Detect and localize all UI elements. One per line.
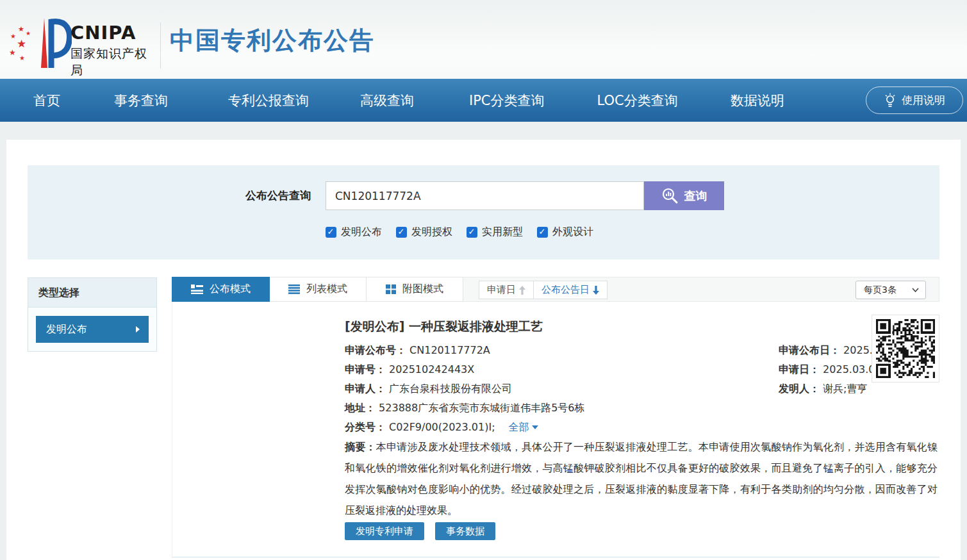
chevron-down-icon <box>912 288 919 292</box>
search-button-label: 查询 <box>684 188 707 204</box>
checkbox-label: 外观设计 <box>552 226 593 239</box>
main-navbar: 首页 事务查询 专利公报查询 高级查询 IPC分类查询 LOC分类查询 数据说明… <box>0 79 967 122</box>
page-header: ★ ★ ★ ★ ★ ★ CNIPA 国家知识产权局 中国专利公布公告 <box>0 0 967 79</box>
tab-list-mode[interactable]: 列表模式 <box>270 277 367 302</box>
patent-result-item: [发明公布] 一种压裂返排液处理工艺 申请公布号： CN120117772A 申… <box>172 302 939 557</box>
field-value: 523888广东省东莞市东城街道伟丰路5号6栋 <box>379 402 584 414</box>
field-value: C02F9/00(2023.01)I; <box>389 421 495 433</box>
checkbox-label: 发明公布 <box>341 226 382 239</box>
patent-title[interactable]: [发明公布] 一种压裂返排液处理工艺 <box>345 318 543 335</box>
nav-item-gazette-query[interactable]: 专利公报查询 <box>228 92 309 110</box>
checkbox-invention-grant[interactable]: 发明授权 <box>396 226 452 239</box>
search-panel: 公布公告查询 查询 发明公布 发明授权 实用新型 外观设计 <box>28 165 939 259</box>
logo-acronym: CNIPA <box>70 22 156 44</box>
arrow-up-icon <box>519 286 525 295</box>
nav-item-home[interactable]: 首页 <box>33 92 60 110</box>
detail-view-icon <box>191 284 203 294</box>
checkbox-checked-icon <box>396 227 407 238</box>
type-select-sidebar: 类型选择 发明公布 <box>28 277 157 352</box>
nav-item-advanced-query[interactable]: 高级查询 <box>360 92 414 110</box>
usage-help-button[interactable]: 使用说明 <box>866 86 963 114</box>
field-label: 申请公布号： <box>345 344 406 356</box>
abstract-paragraph: 摘要：本申请涉及废水处理技术领域，具体公开了一种压裂返排液处理工艺。本申请使用次… <box>345 436 938 521</box>
magnifier-chart-icon <box>661 187 679 204</box>
results-toolbar: 公布模式 列表模式 附图模式 申请日 <box>172 277 939 302</box>
patent-type-filters: 发明公布 发明授权 实用新型 外观设计 <box>326 226 593 239</box>
field-row-classification: 分类号： C02F9/00(2023.01)I; 全部 <box>345 421 538 434</box>
logo-text: CNIPA 国家知识产权局 <box>70 22 156 79</box>
field-value: 广东台泉科技股份有限公司 <box>389 383 512 395</box>
checkbox-checked-icon <box>537 227 548 238</box>
cnipa-p-mark-icon <box>35 14 72 70</box>
chevron-right-icon <box>136 326 140 333</box>
field-label: 申请日： <box>779 363 820 375</box>
logo-org-name: 国家知识产权局 <box>70 45 156 79</box>
field-label: 发明人： <box>779 383 820 395</box>
search-button[interactable]: 查询 <box>644 181 724 210</box>
sort-controls: 申请日 公布公告日 <box>479 281 607 299</box>
field-row: 申请人： 广东台泉科技股份有限公司 发明人： 谢兵;曹亨 <box>345 383 512 396</box>
view-mode-tabs: 公布模式 列表模式 附图模式 <box>172 277 463 302</box>
checkbox-label: 发明授权 <box>411 226 452 239</box>
qr-code-canvas <box>876 319 935 378</box>
classification-all-dropdown[interactable]: 全部 <box>509 421 538 433</box>
nav-item-transaction-query[interactable]: 事务查询 <box>114 92 168 110</box>
sidebar-title: 类型选择 <box>28 278 156 308</box>
field-value: CN120117772A <box>409 344 490 356</box>
sort-by-filing-date-button[interactable]: 申请日 <box>479 281 534 299</box>
sidebar-item-label: 发明公布 <box>46 323 87 336</box>
site-title: 中国专利公布公告 <box>170 24 375 57</box>
checkbox-invention-publication[interactable]: 发明公布 <box>326 226 382 239</box>
field-row-address: 地址： 523888广东省东莞市东城街道伟丰路5号6栋 <box>345 402 585 415</box>
field-value: 谢兵;曹亨 <box>823 383 867 395</box>
nav-item-ipc-query[interactable]: IPC分类查询 <box>469 92 545 110</box>
checkbox-label: 实用新型 <box>482 226 523 239</box>
field-value: 202510242443X <box>389 363 474 375</box>
invention-application-button[interactable]: 发明专利申请 <box>345 522 424 540</box>
header-divider <box>160 22 161 69</box>
field-label: 分类号： <box>345 421 386 433</box>
tab-label: 公布模式 <box>210 283 251 296</box>
tab-label: 附图模式 <box>402 283 443 296</box>
field-row: 申请号： 202510242443X 申请日： 2025.03.03 <box>345 363 474 377</box>
tab-publication-mode[interactable]: 公布模式 <box>172 277 270 302</box>
sort-by-publication-date-button[interactable]: 公布公告日 <box>534 281 607 299</box>
field-label: 申请号： <box>345 363 386 375</box>
checkbox-checked-icon <box>326 227 336 238</box>
field-row: 申请公布号： CN120117772A 申请公布日： 2025.06.10 <box>345 344 490 358</box>
result-actions: 发明专利申请 事务数据 <box>345 522 495 540</box>
page-size-value: 每页3条 <box>864 284 897 296</box>
transaction-data-button[interactable]: 事务数据 <box>435 522 495 540</box>
arrow-down-icon <box>593 286 599 295</box>
tab-figure-mode[interactable]: 附图模式 <box>367 277 463 302</box>
list-view-icon <box>288 284 300 294</box>
page-size-select[interactable]: 每页3条 <box>855 281 926 299</box>
search-label: 公布公告查询 <box>28 181 318 210</box>
nav-item-data-description[interactable]: 数据说明 <box>731 92 784 110</box>
checkbox-checked-icon <box>467 227 477 238</box>
grid-view-icon <box>386 284 396 294</box>
nav-item-loc-query[interactable]: LOC分类查询 <box>597 92 678 110</box>
abstract-label: 摘要： <box>345 441 376 453</box>
patent-qr-code <box>872 315 939 383</box>
sidebar-item-invention-publication[interactable]: 发明公布 <box>36 316 149 343</box>
tab-label: 列表模式 <box>306 283 347 296</box>
search-input[interactable] <box>326 181 644 210</box>
field-label: 申请公布日： <box>779 344 840 356</box>
cnipa-logo: ★ ★ ★ ★ ★ ★ CNIPA 国家知识产权局 <box>9 14 156 72</box>
lightbulb-icon <box>884 92 897 109</box>
sort-label: 申请日 <box>487 284 516 296</box>
usage-help-label: 使用说明 <box>902 93 945 108</box>
field-label: 申请人： <box>345 383 386 395</box>
all-link-label: 全部 <box>509 421 529 433</box>
checkbox-utility-model[interactable]: 实用新型 <box>467 226 523 239</box>
abstract-text: 本申请涉及废水处理技术领域，具体公开了一种压裂返排液处理工艺。本申请使用次氯酸钠… <box>345 441 938 516</box>
sort-label: 公布公告日 <box>541 284 590 296</box>
checkbox-design[interactable]: 外观设计 <box>537 226 593 239</box>
triangle-down-icon <box>532 425 538 429</box>
field-label: 地址： <box>345 402 376 414</box>
